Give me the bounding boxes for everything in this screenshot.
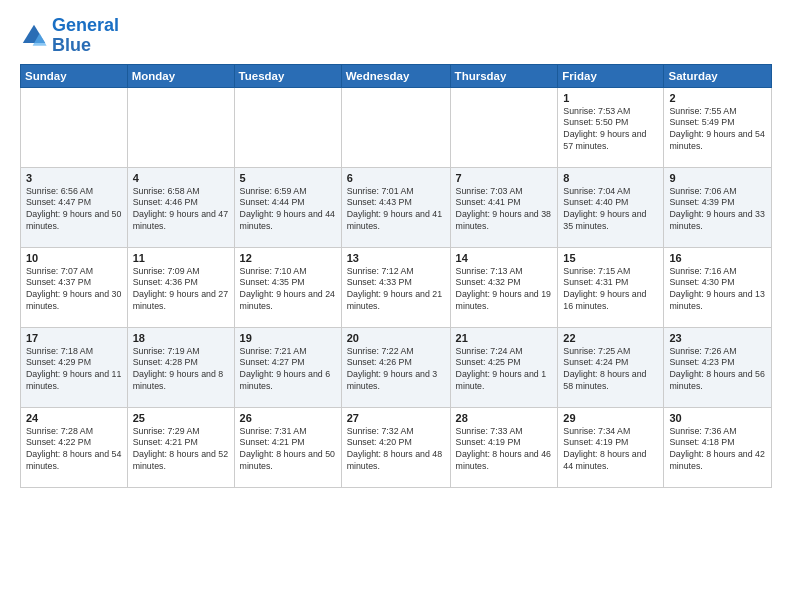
day-info: Sunrise: 6:58 AM Sunset: 4:46 PM Dayligh… xyxy=(133,186,229,234)
day-header-tuesday: Tuesday xyxy=(234,64,341,87)
calendar-cell xyxy=(450,87,558,167)
logo-text: General Blue xyxy=(52,16,119,56)
page: General Blue SundayMondayTuesdayWednesda… xyxy=(0,0,792,612)
calendar-cell: 1Sunrise: 7:53 AM Sunset: 5:50 PM Daylig… xyxy=(558,87,664,167)
day-number: 14 xyxy=(456,252,553,264)
day-number: 27 xyxy=(347,412,445,424)
day-header-monday: Monday xyxy=(127,64,234,87)
day-info: Sunrise: 7:01 AM Sunset: 4:43 PM Dayligh… xyxy=(347,186,445,234)
day-info: Sunrise: 7:12 AM Sunset: 4:33 PM Dayligh… xyxy=(347,266,445,314)
day-number: 21 xyxy=(456,332,553,344)
calendar-cell: 8Sunrise: 7:04 AM Sunset: 4:40 PM Daylig… xyxy=(558,167,664,247)
calendar-cell: 10Sunrise: 7:07 AM Sunset: 4:37 PM Dayli… xyxy=(21,247,128,327)
day-info: Sunrise: 6:56 AM Sunset: 4:47 PM Dayligh… xyxy=(26,186,122,234)
day-number: 3 xyxy=(26,172,122,184)
day-number: 15 xyxy=(563,252,658,264)
calendar-cell: 26Sunrise: 7:31 AM Sunset: 4:21 PM Dayli… xyxy=(234,407,341,487)
day-info: Sunrise: 7:06 AM Sunset: 4:39 PM Dayligh… xyxy=(669,186,766,234)
day-number: 23 xyxy=(669,332,766,344)
logo-icon xyxy=(20,22,48,50)
calendar-cell: 17Sunrise: 7:18 AM Sunset: 4:29 PM Dayli… xyxy=(21,327,128,407)
calendar-cell: 7Sunrise: 7:03 AM Sunset: 4:41 PM Daylig… xyxy=(450,167,558,247)
day-info: Sunrise: 7:03 AM Sunset: 4:41 PM Dayligh… xyxy=(456,186,553,234)
day-header-saturday: Saturday xyxy=(664,64,772,87)
calendar-cell: 23Sunrise: 7:26 AM Sunset: 4:23 PM Dayli… xyxy=(664,327,772,407)
day-info: Sunrise: 7:32 AM Sunset: 4:20 PM Dayligh… xyxy=(347,426,445,474)
day-info: Sunrise: 7:24 AM Sunset: 4:25 PM Dayligh… xyxy=(456,346,553,394)
day-info: Sunrise: 7:34 AM Sunset: 4:19 PM Dayligh… xyxy=(563,426,658,474)
day-number: 7 xyxy=(456,172,553,184)
calendar-cell: 20Sunrise: 7:22 AM Sunset: 4:26 PM Dayli… xyxy=(341,327,450,407)
header: General Blue xyxy=(20,16,772,56)
day-header-thursday: Thursday xyxy=(450,64,558,87)
calendar: SundayMondayTuesdayWednesdayThursdayFrid… xyxy=(20,64,772,488)
day-number: 13 xyxy=(347,252,445,264)
calendar-cell: 3Sunrise: 6:56 AM Sunset: 4:47 PM Daylig… xyxy=(21,167,128,247)
calendar-cell: 19Sunrise: 7:21 AM Sunset: 4:27 PM Dayli… xyxy=(234,327,341,407)
day-info: Sunrise: 7:15 AM Sunset: 4:31 PM Dayligh… xyxy=(563,266,658,314)
calendar-cell xyxy=(127,87,234,167)
day-number: 1 xyxy=(563,92,658,104)
day-info: Sunrise: 7:29 AM Sunset: 4:21 PM Dayligh… xyxy=(133,426,229,474)
day-info: Sunrise: 7:26 AM Sunset: 4:23 PM Dayligh… xyxy=(669,346,766,394)
day-number: 12 xyxy=(240,252,336,264)
day-number: 29 xyxy=(563,412,658,424)
day-info: Sunrise: 7:13 AM Sunset: 4:32 PM Dayligh… xyxy=(456,266,553,314)
calendar-cell: 27Sunrise: 7:32 AM Sunset: 4:20 PM Dayli… xyxy=(341,407,450,487)
calendar-cell: 14Sunrise: 7:13 AM Sunset: 4:32 PM Dayli… xyxy=(450,247,558,327)
day-number: 9 xyxy=(669,172,766,184)
day-info: Sunrise: 7:04 AM Sunset: 4:40 PM Dayligh… xyxy=(563,186,658,234)
day-number: 11 xyxy=(133,252,229,264)
day-info: Sunrise: 7:25 AM Sunset: 4:24 PM Dayligh… xyxy=(563,346,658,394)
calendar-cell: 5Sunrise: 6:59 AM Sunset: 4:44 PM Daylig… xyxy=(234,167,341,247)
calendar-cell: 29Sunrise: 7:34 AM Sunset: 4:19 PM Dayli… xyxy=(558,407,664,487)
calendar-cell: 11Sunrise: 7:09 AM Sunset: 4:36 PM Dayli… xyxy=(127,247,234,327)
day-number: 5 xyxy=(240,172,336,184)
calendar-week-2: 3Sunrise: 6:56 AM Sunset: 4:47 PM Daylig… xyxy=(21,167,772,247)
calendar-cell: 25Sunrise: 7:29 AM Sunset: 4:21 PM Dayli… xyxy=(127,407,234,487)
calendar-cell: 2Sunrise: 7:55 AM Sunset: 5:49 PM Daylig… xyxy=(664,87,772,167)
calendar-cell: 6Sunrise: 7:01 AM Sunset: 4:43 PM Daylig… xyxy=(341,167,450,247)
day-header-wednesday: Wednesday xyxy=(341,64,450,87)
day-number: 26 xyxy=(240,412,336,424)
day-info: Sunrise: 7:31 AM Sunset: 4:21 PM Dayligh… xyxy=(240,426,336,474)
calendar-cell: 13Sunrise: 7:12 AM Sunset: 4:33 PM Dayli… xyxy=(341,247,450,327)
day-number: 10 xyxy=(26,252,122,264)
logo: General Blue xyxy=(20,16,119,56)
day-info: Sunrise: 6:59 AM Sunset: 4:44 PM Dayligh… xyxy=(240,186,336,234)
calendar-cell xyxy=(341,87,450,167)
day-info: Sunrise: 7:07 AM Sunset: 4:37 PM Dayligh… xyxy=(26,266,122,314)
calendar-cell: 12Sunrise: 7:10 AM Sunset: 4:35 PM Dayli… xyxy=(234,247,341,327)
day-number: 2 xyxy=(669,92,766,104)
day-number: 28 xyxy=(456,412,553,424)
calendar-week-3: 10Sunrise: 7:07 AM Sunset: 4:37 PM Dayli… xyxy=(21,247,772,327)
day-info: Sunrise: 7:21 AM Sunset: 4:27 PM Dayligh… xyxy=(240,346,336,394)
day-info: Sunrise: 7:28 AM Sunset: 4:22 PM Dayligh… xyxy=(26,426,122,474)
calendar-cell xyxy=(21,87,128,167)
day-number: 25 xyxy=(133,412,229,424)
day-number: 22 xyxy=(563,332,658,344)
calendar-week-5: 24Sunrise: 7:28 AM Sunset: 4:22 PM Dayli… xyxy=(21,407,772,487)
day-number: 4 xyxy=(133,172,229,184)
day-number: 20 xyxy=(347,332,445,344)
day-info: Sunrise: 7:36 AM Sunset: 4:18 PM Dayligh… xyxy=(669,426,766,474)
day-info: Sunrise: 7:18 AM Sunset: 4:29 PM Dayligh… xyxy=(26,346,122,394)
day-info: Sunrise: 7:19 AM Sunset: 4:28 PM Dayligh… xyxy=(133,346,229,394)
day-header-sunday: Sunday xyxy=(21,64,128,87)
calendar-cell: 21Sunrise: 7:24 AM Sunset: 4:25 PM Dayli… xyxy=(450,327,558,407)
day-number: 30 xyxy=(669,412,766,424)
day-info: Sunrise: 7:55 AM Sunset: 5:49 PM Dayligh… xyxy=(669,106,766,154)
day-header-friday: Friday xyxy=(558,64,664,87)
day-number: 18 xyxy=(133,332,229,344)
calendar-cell: 4Sunrise: 6:58 AM Sunset: 4:46 PM Daylig… xyxy=(127,167,234,247)
day-info: Sunrise: 7:16 AM Sunset: 4:30 PM Dayligh… xyxy=(669,266,766,314)
day-number: 24 xyxy=(26,412,122,424)
day-info: Sunrise: 7:10 AM Sunset: 4:35 PM Dayligh… xyxy=(240,266,336,314)
calendar-week-1: 1Sunrise: 7:53 AM Sunset: 5:50 PM Daylig… xyxy=(21,87,772,167)
day-number: 6 xyxy=(347,172,445,184)
calendar-cell: 22Sunrise: 7:25 AM Sunset: 4:24 PM Dayli… xyxy=(558,327,664,407)
calendar-cell xyxy=(234,87,341,167)
calendar-cell: 24Sunrise: 7:28 AM Sunset: 4:22 PM Dayli… xyxy=(21,407,128,487)
day-number: 19 xyxy=(240,332,336,344)
calendar-cell: 30Sunrise: 7:36 AM Sunset: 4:18 PM Dayli… xyxy=(664,407,772,487)
